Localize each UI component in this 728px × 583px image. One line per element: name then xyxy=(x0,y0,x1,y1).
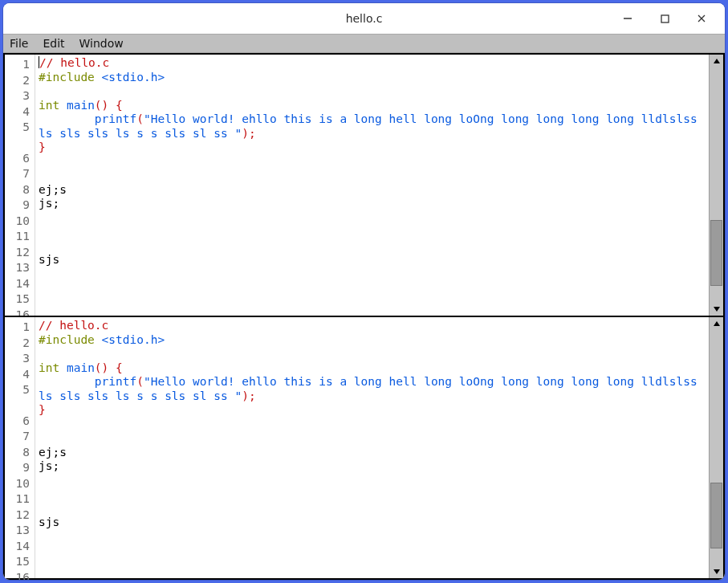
line-number: 10 xyxy=(5,477,35,491)
line-number: 15 xyxy=(5,292,35,307)
menu-window[interactable]: Window xyxy=(79,37,124,50)
token: main xyxy=(67,99,95,112)
line-number: 3 xyxy=(5,352,35,366)
code-line[interactable]: ​ xyxy=(39,431,706,446)
code-line[interactable]: ​ xyxy=(39,239,706,254)
maximize-button[interactable] xyxy=(646,6,683,31)
code-line[interactable]: ​ xyxy=(39,530,706,544)
scroll-down-button[interactable] xyxy=(710,303,723,316)
code-area[interactable]: // hello.c#include <stdio.h>​int main() … xyxy=(35,317,709,578)
menu-file[interactable]: File xyxy=(10,37,28,50)
code-line[interactable]: printf("Hello world! ehllo this is a lon… xyxy=(39,112,706,141)
token: ( xyxy=(136,112,144,125)
code-line[interactable]: #include <stdio.h> xyxy=(39,71,706,85)
vertical-scrollbar[interactable] xyxy=(709,317,723,578)
editor-pane-top[interactable]: 123456789101112131415161718 // hello.c#i… xyxy=(3,53,725,317)
minimize-icon xyxy=(623,14,632,23)
line-gutter: 123456789101112131415161718 xyxy=(5,55,35,316)
code-line[interactable]: ​ xyxy=(39,84,706,99)
line-number: 7 xyxy=(5,430,35,444)
token: printf xyxy=(95,375,136,388)
code-line[interactable]: // hello.c xyxy=(39,56,706,71)
code-line[interactable]: int main() { xyxy=(39,361,706,376)
code-line[interactable]: ​ xyxy=(39,502,706,516)
code-line[interactable]: ​ xyxy=(39,558,706,573)
scroll-thumb[interactable] xyxy=(710,220,722,286)
token xyxy=(59,361,67,374)
token: } xyxy=(39,403,46,416)
line-number: 5 xyxy=(5,120,35,135)
line-number: 4 xyxy=(5,368,35,382)
code-line[interactable]: sjs xyxy=(39,253,706,267)
code-line[interactable]: ​ xyxy=(39,211,706,226)
code-line[interactable]: ​ xyxy=(39,281,706,296)
token: ( xyxy=(136,375,144,388)
token: #include xyxy=(39,333,102,346)
code-line[interactable]: ​ xyxy=(39,487,706,502)
close-button[interactable] xyxy=(683,6,720,31)
token: <stdio.h> xyxy=(102,71,165,84)
token: js; xyxy=(39,459,59,472)
line-number: 13 xyxy=(5,261,35,275)
code-line[interactable]: #include <stdio.h> xyxy=(39,333,706,348)
line-number: 3 xyxy=(5,89,35,104)
code-line[interactable]: ​ xyxy=(39,267,706,282)
line-number: 9 xyxy=(5,461,35,475)
minimize-button[interactable] xyxy=(609,6,646,31)
menu-edit[interactable]: Edit xyxy=(43,37,64,50)
code-line[interactable]: ​ xyxy=(39,347,706,361)
line-number: 15 xyxy=(5,555,35,569)
triangle-down-icon xyxy=(713,569,721,575)
code-line[interactable]: ​ xyxy=(39,225,706,239)
scroll-track[interactable] xyxy=(710,67,723,303)
triangle-up-icon xyxy=(713,58,721,64)
code-line[interactable]: sjs xyxy=(39,516,706,530)
scroll-down-button[interactable] xyxy=(710,565,723,578)
code-line[interactable]: } xyxy=(39,403,706,418)
code-line[interactable]: ​ xyxy=(39,418,706,432)
code-line[interactable]: ej;s xyxy=(39,446,706,460)
code-line[interactable]: ​ xyxy=(39,169,706,183)
token: ej;s xyxy=(39,183,67,196)
line-number: 2 xyxy=(5,74,35,88)
token: int xyxy=(39,99,59,112)
code-line[interactable]: ​ xyxy=(39,155,706,169)
code-line[interactable]: printf("Hello world! ehllo this is a lon… xyxy=(39,375,706,403)
code-line[interactable]: ​ xyxy=(39,544,706,558)
titlebar[interactable]: hello.c xyxy=(3,3,725,34)
token: printf xyxy=(95,112,136,125)
vertical-scrollbar[interactable] xyxy=(709,55,723,316)
token: int xyxy=(39,361,59,374)
line-number: 8 xyxy=(5,446,35,460)
token: } xyxy=(39,141,46,153)
code-area[interactable]: // hello.c#include <stdio.h>​int main() … xyxy=(35,55,709,316)
token: #include xyxy=(39,71,102,84)
code-line[interactable]: } xyxy=(39,141,706,155)
editor-pane-bottom[interactable]: 123456789101112131415161718 // hello.c#i… xyxy=(3,316,725,580)
code-line[interactable]: ej;s xyxy=(39,183,706,198)
line-number: 6 xyxy=(5,414,35,429)
line-number: 11 xyxy=(5,230,35,244)
code-line[interactable]: js; xyxy=(39,459,706,474)
code-line[interactable]: ​ xyxy=(39,474,706,488)
scroll-up-button[interactable] xyxy=(710,317,723,330)
line-number: 2 xyxy=(5,336,35,351)
token xyxy=(108,99,116,112)
token: ); xyxy=(242,127,255,140)
code-line[interactable]: ​ xyxy=(39,572,706,578)
code-line[interactable]: int main() { xyxy=(39,99,706,113)
token: () xyxy=(95,361,108,374)
scroll-up-button[interactable] xyxy=(710,55,723,67)
maximize-icon xyxy=(661,14,669,23)
token: // hello.c xyxy=(39,56,109,69)
scroll-track[interactable] xyxy=(710,330,723,565)
code-line[interactable]: ​ xyxy=(39,309,706,316)
code-line[interactable]: // hello.c xyxy=(39,319,706,333)
scroll-thumb[interactable] xyxy=(710,483,722,548)
code-line[interactable]: js; xyxy=(39,197,706,211)
token: // hello.c xyxy=(39,319,108,332)
editor-window: hello.c File Edit Window 123456789101112… xyxy=(3,3,725,580)
code-line[interactable]: ​ xyxy=(39,296,706,310)
token: { xyxy=(116,99,123,112)
token xyxy=(59,99,67,112)
